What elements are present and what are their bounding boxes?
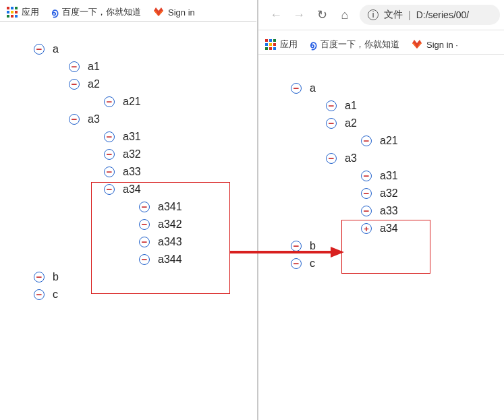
collapse-icon[interactable]: − (291, 83, 302, 94)
collapse-icon[interactable]: − (361, 188, 372, 199)
tree-label: a342 (158, 219, 182, 230)
back-button[interactable]: ← (268, 7, 284, 23)
collapse-icon[interactable]: − (69, 79, 80, 90)
collapse-icon[interactable]: − (361, 206, 372, 216)
bookmark-apps[interactable]: 应用 (265, 38, 298, 51)
collapse-icon[interactable]: − (361, 136, 372, 146)
collapse-icon[interactable]: − (139, 202, 150, 212)
browser-toolbar: ← → ↻ ⌂ i 文件 | D:/series/00/ (258, 0, 504, 30)
separator (0, 21, 256, 22)
bookmark-apps-label: 应用 (22, 6, 39, 18)
tree-node-a3[interactable]: −a3 (326, 150, 398, 167)
svg-rect-13 (269, 39, 272, 42)
collapse-icon[interactable]: − (104, 96, 115, 107)
svg-rect-12 (265, 39, 268, 42)
tree-label: a (310, 83, 316, 94)
tree-label: a33 (380, 206, 398, 216)
collapse-icon[interactable]: − (104, 184, 115, 195)
address-path: D:/series/00/ (416, 9, 470, 20)
tree-label: a32 (380, 188, 398, 199)
tree-node-a32[interactable]: −a32 (361, 185, 398, 202)
tree-node-a31[interactable]: −a31 (104, 128, 182, 146)
tree-label: a21 (380, 136, 398, 146)
bookmark-apps[interactable]: 应用 (7, 6, 39, 18)
tree-node-a33[interactable]: −a33 (361, 202, 398, 220)
collapse-icon[interactable]: − (104, 167, 115, 177)
tree-node-a21[interactable]: −a21 (104, 93, 182, 111)
tree-node-b[interactable]: −b (291, 237, 398, 255)
tree-node-a3[interactable]: −a3 (69, 111, 182, 128)
home-button[interactable]: ⌂ (337, 7, 353, 23)
collapse-icon[interactable]: − (69, 114, 80, 125)
forward-button[interactable]: → (291, 7, 307, 23)
collapse-icon[interactable]: − (104, 149, 115, 160)
bookmark-apps-label: 应用 (280, 38, 298, 51)
collapse-icon[interactable]: − (34, 272, 45, 282)
tree-node-a[interactable]: −a (291, 80, 398, 97)
reload-button[interactable]: ↻ (314, 7, 330, 23)
site-info-icon[interactable]: i (368, 9, 379, 20)
bookmark-gitlab[interactable]: Sign in · (412, 39, 458, 50)
bookmark-gitlab-label: Sign in (168, 7, 195, 18)
svg-rect-19 (269, 47, 272, 50)
collapse-icon[interactable]: − (361, 171, 372, 181)
tree-label: a3 (88, 114, 100, 125)
tree-node-a342[interactable]: −a342 (139, 216, 182, 233)
gitlab-icon (412, 39, 422, 50)
address-divider: | (408, 9, 411, 20)
collapse-icon[interactable]: − (326, 100, 337, 111)
bookmark-bar-right: 应用 ൭ 百度一下，你就知道 Sign in · (258, 32, 504, 55)
bookmark-baidu[interactable]: ൭ 百度一下，你就知道 (310, 38, 399, 51)
tree-label: a3 (345, 153, 357, 164)
tree-label: a344 (158, 254, 182, 265)
collapse-icon[interactable]: − (139, 219, 150, 230)
tree-node-a1[interactable]: −a1 (326, 97, 398, 115)
apps-grid-icon (265, 39, 276, 50)
collapse-icon[interactable]: − (291, 241, 302, 251)
address-bar[interactable]: i 文件 | D:/series/00/ (360, 5, 500, 25)
svg-rect-3 (7, 11, 9, 13)
tree-node-a31[interactable]: −a31 (361, 167, 398, 185)
svg-rect-2 (15, 7, 18, 9)
collapse-icon[interactable]: − (326, 118, 337, 129)
bookmark-bar-left: 应用 ൭ 百度一下，你就知道 Sign in (0, 0, 260, 23)
collapse-icon[interactable]: − (69, 61, 80, 72)
tree-node-b[interactable]: −b (34, 268, 182, 286)
tree-node-c[interactable]: −c (291, 255, 398, 272)
tree-node-a21[interactable]: −a21 (361, 132, 398, 150)
tree-node-a341[interactable]: −a341 (139, 198, 182, 216)
tree-label: a2 (88, 79, 100, 90)
tree-node-a2[interactable]: −a2 (69, 76, 182, 93)
gitlab-icon (153, 7, 164, 18)
svg-rect-20 (273, 47, 276, 50)
tree-node-a2[interactable]: −a2 (326, 115, 398, 132)
collapse-icon[interactable]: − (326, 153, 337, 164)
collapse-icon[interactable]: − (104, 131, 115, 142)
tree-node-a34[interactable]: +a34 (361, 220, 398, 237)
bookmark-gitlab[interactable]: Sign in (153, 7, 195, 18)
tree-node-a32[interactable]: −a32 (104, 146, 182, 163)
collapse-icon[interactable]: − (139, 237, 150, 247)
collapse-icon[interactable]: − (34, 44, 45, 55)
tree-right: −a −a1 −a2 −a21 −a3 −a31 −a32 −a33 +a34 … (291, 80, 398, 272)
tree-label: b (310, 241, 316, 251)
tree-node-a33[interactable]: −a33 (104, 163, 182, 181)
tree-label: a341 (158, 202, 182, 212)
separator (258, 30, 504, 30)
bookmark-baidu-label: 百度一下，你就知道 (62, 6, 141, 18)
tree-label: a1 (345, 100, 357, 111)
svg-rect-18 (265, 47, 268, 50)
tree-node-a34[interactable]: −a34 (104, 181, 182, 198)
collapse-icon[interactable]: − (34, 289, 45, 300)
svg-rect-16 (269, 43, 272, 46)
bookmark-baidu[interactable]: ൭ 百度一下，你就知道 (51, 6, 141, 18)
tree-node-a[interactable]: −a (34, 40, 182, 58)
tree-node-a343[interactable]: −a343 (139, 233, 182, 251)
tree-node-a344[interactable]: −a344 (139, 251, 182, 268)
collapse-icon[interactable]: − (291, 258, 302, 269)
collapse-icon[interactable]: − (139, 254, 150, 265)
tree-node-a1[interactable]: −a1 (69, 58, 182, 76)
expand-icon[interactable]: + (361, 223, 372, 234)
tree-label: a343 (158, 237, 182, 247)
tree-node-c[interactable]: −c (34, 286, 182, 303)
